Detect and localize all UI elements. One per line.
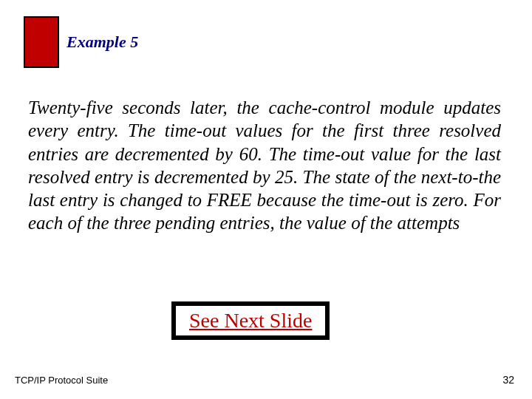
body-paragraph: Twenty-five seconds later, the cache-con… bbox=[28, 96, 501, 235]
example-title: Example 5 bbox=[66, 33, 138, 52]
page-number: 32 bbox=[502, 374, 514, 386]
next-slide-button[interactable]: See Next Slide bbox=[171, 301, 330, 340]
footer-title: TCP/IP Protocol Suite bbox=[15, 375, 108, 386]
accent-box bbox=[24, 16, 59, 68]
next-slide-label: See Next Slide bbox=[189, 309, 312, 332]
